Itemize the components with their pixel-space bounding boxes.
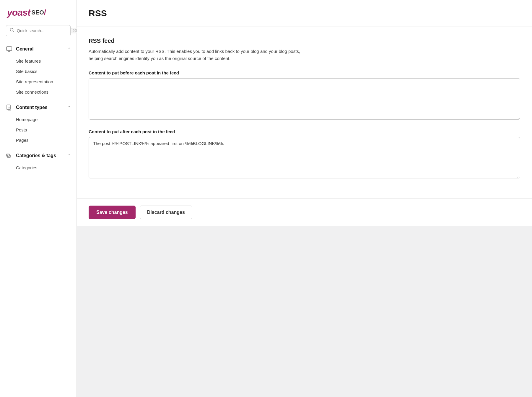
content-types-chevron-icon: ⌃	[68, 105, 71, 110]
sidebar: yoast SEO / ⌘K G	[0, 0, 77, 397]
logo-seo: SEO	[32, 9, 44, 16]
general-chevron-icon: ⌃	[68, 47, 71, 51]
sidebar-item-site-representation[interactable]: Site representation	[0, 77, 77, 87]
nav-section-categories-tags-label: Categories & tags	[16, 153, 56, 158]
svg-rect-2	[6, 47, 12, 51]
nav-section-content-types-header[interactable]: Content types ⌃	[0, 101, 77, 114]
nav-section-content-types-label: Content types	[16, 105, 48, 110]
rss-feed-title: RSS feed	[89, 38, 520, 44]
nav-section-general: General ⌃ Site features Site basics Site…	[0, 42, 77, 100]
page-header: RSS	[77, 0, 532, 27]
page-title: RSS	[89, 8, 520, 18]
logo: yoast SEO /	[7, 7, 69, 18]
logo-slash: /	[44, 8, 46, 17]
sidebar-item-site-connections[interactable]: Site connections	[0, 87, 77, 97]
svg-line-1	[13, 31, 14, 32]
categories-tags-chevron-icon: ⌃	[68, 154, 71, 158]
after-feed-textarea[interactable]	[89, 137, 520, 178]
page-body: RSS feed Automatically add content to yo…	[77, 27, 532, 397]
nav-section-content-types-left: Content types	[6, 104, 48, 111]
monitor-icon	[6, 46, 12, 52]
document-icon	[6, 104, 12, 111]
sidebar-item-site-basics[interactable]: Site basics	[0, 66, 77, 77]
sidebar-item-pages[interactable]: Pages	[0, 135, 77, 145]
logo-yoast: yoast	[7, 7, 30, 18]
nav-section-general-label: General	[16, 46, 34, 52]
general-sub-items: Site features Site basics Site represent…	[0, 56, 77, 100]
content-types-sub-items: Homepage Posts Pages	[0, 114, 77, 148]
nav-section-general-left: General	[6, 46, 34, 52]
search-input[interactable]	[17, 28, 69, 33]
nav-section-categories-tags-header[interactable]: Categories & tags ⌃	[0, 149, 77, 162]
nav-section-categories-tags: Categories & tags ⌃ Categories	[0, 149, 77, 175]
tag-icon	[6, 152, 12, 159]
search-box[interactable]: ⌘K	[6, 25, 71, 36]
sidebar-item-site-features[interactable]: Site features	[0, 56, 77, 66]
after-field-label: Content to put after each post in the fe…	[89, 129, 520, 134]
nav-section-general-header[interactable]: General ⌃	[0, 42, 77, 56]
sidebar-item-homepage[interactable]: Homepage	[0, 114, 77, 125]
save-changes-button[interactable]: Save changes	[89, 206, 136, 219]
discard-changes-button[interactable]: Discard changes	[140, 206, 192, 219]
rss-feed-card: RSS feed Automatically add content to yo…	[77, 27, 532, 198]
before-field-label: Content to put before each post in the f…	[89, 70, 520, 75]
nav-section-categories-tags-left: Categories & tags	[6, 152, 56, 159]
sidebar-item-posts[interactable]: Posts	[0, 125, 77, 135]
categories-tags-sub-items: Categories	[0, 162, 77, 175]
logo-area: yoast SEO /	[0, 7, 77, 25]
nav-section-content-types: Content types ⌃ Homepage Posts Pages	[0, 101, 77, 148]
main-content: RSS RSS feed Automatically add content t…	[77, 0, 532, 397]
before-feed-textarea[interactable]	[89, 78, 520, 120]
search-icon	[10, 28, 14, 34]
sidebar-item-categories[interactable]: Categories	[0, 162, 77, 173]
footer-bar: Save changes Discard changes	[77, 199, 532, 226]
rss-feed-description: Automatically add content to your RSS. T…	[89, 48, 313, 62]
